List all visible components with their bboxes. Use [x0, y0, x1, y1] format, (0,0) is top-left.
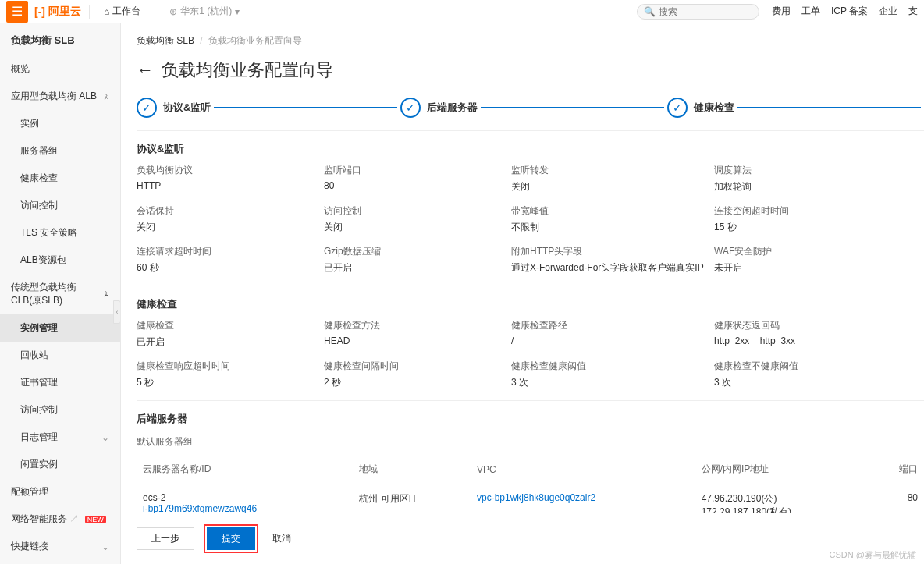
col-ip: 公网/内网IP地址 [695, 455, 871, 484]
cancel-link[interactable]: 取消 [272, 532, 291, 545]
col-name: 云服务器名称/ID [137, 455, 353, 484]
check-icon: ✓ [400, 98, 421, 118]
sidebar-item-label: ALB资源包 [20, 254, 66, 267]
kv-key: 监听转发 [511, 164, 714, 177]
sidebar-item-network-intel[interactable]: 网络智能服务 ↗ NEW [0, 505, 120, 533]
col-port: 端口 [871, 455, 924, 484]
workbench-label: 工作台 [112, 5, 140, 18]
sidebar-item-label: 日志管理 [20, 431, 58, 444]
region-selector[interactable]: ⊕ 华东1 (杭州) ▾ [163, 5, 246, 18]
sidebar-item-clb[interactable]: 传统型负载均衡 CLB(原SLB) › [0, 274, 120, 314]
top-link-icp[interactable]: ICP 备案 [831, 5, 868, 18]
top-link-tickets[interactable]: 工单 [801, 5, 820, 18]
health-kv-grid: 健康检查已开启健康检查方法HEAD健康检查路径/健康状态返回码http_2xx … [137, 319, 924, 400]
sidebar-group-clb: 实例管理 回收站 证书管理 访问控制 日志管理⌄ 闲置实例 [0, 314, 120, 478]
kv-key: 会话保持 [137, 204, 324, 218]
sidebar-item-label: 网络智能服务 [11, 513, 67, 524]
step-backend[interactable]: ✓ 后端服务器 [400, 98, 478, 118]
sidebar-item-clb-idle[interactable]: 闲置实例 [0, 451, 120, 478]
submit-button[interactable]: 提交 [207, 527, 255, 550]
sidebar-title: 负载均衡 SLB [0, 23, 120, 55]
check-icon: ✓ [137, 98, 157, 118]
sidebar-item-alb[interactable]: 应用型负载均衡 ALB › [0, 83, 120, 110]
kv-key: 连接请求超时时间 [137, 245, 324, 258]
sidebar-item-alb-acl[interactable]: 访问控制 [0, 192, 120, 219]
top-bar: ☰ [-] 阿里云 ⌂ 工作台 ⊕ 华东1 (杭州) ▾ 🔍 费用 工单 ICP… [0, 0, 924, 23]
sidebar-item-quota[interactable]: 配额管理 [0, 478, 120, 505]
protocol-kv-grid: 负载均衡协议HTTP监听端口80监听转发关闭调度算法加权轮询会话保持关闭访问控制… [137, 164, 924, 286]
top-link-support[interactable]: 支 [908, 5, 918, 18]
divider [155, 5, 155, 19]
kv-key: 健康检查间隔时间 [324, 360, 511, 373]
sidebar-item-clb-certs[interactable]: 证书管理 [0, 369, 120, 396]
kv-value: 关闭 [324, 221, 511, 234]
search-icon: 🔍 [644, 6, 656, 17]
submit-highlight: 提交 [204, 524, 258, 553]
sidebar-item-clb-logs[interactable]: 日志管理⌄ [0, 424, 120, 451]
sidebar-item-clb-recycle[interactable]: 回收站 [0, 342, 120, 369]
home-icon: ⌂ [104, 6, 109, 17]
kv-cell: 附加HTTP头字段通过X-Forwarded-For头字段获取客户端真实IP [511, 245, 714, 275]
kv-value: 80 [324, 180, 511, 191]
divider [89, 5, 90, 19]
workbench-link[interactable]: ⌂ 工作台 [98, 5, 147, 18]
vpc-link[interactable]: vpc-bp1wkj8hk8uge0q0zair2 [477, 492, 595, 503]
footer-bar: 上一步 提交 取消 [137, 513, 924, 564]
sidebar-item-label: 实例管理 [20, 321, 58, 335]
breadcrumb-root[interactable]: 负载均衡 SLB [137, 35, 194, 46]
kv-cell: 健康检查间隔时间2 秒 [324, 360, 511, 389]
sidebar-item-quicklinks[interactable]: 快捷链接 ⌄ [0, 533, 120, 560]
sidebar-item-label: 配额管理 [11, 485, 48, 498]
brand-icon: [-] [34, 5, 45, 18]
menu-toggle-button[interactable]: ☰ [6, 1, 28, 23]
kv-value: 未开启 [714, 261, 886, 275]
kv-key: 健康检查路径 [511, 319, 714, 332]
kv-key: Gzip数据压缩 [324, 245, 511, 258]
sidebar-item-alb-resourcepack[interactable]: ALB资源包 [0, 247, 120, 274]
top-link-fees[interactable]: 费用 [772, 5, 791, 18]
kv-value: 60 秒 [137, 261, 324, 275]
global-search[interactable]: 🔍 [637, 4, 759, 20]
step-label: 后端服务器 [427, 101, 478, 115]
region-label: 华东1 (杭州) [180, 5, 232, 18]
sidebar-item-alb-tls[interactable]: TLS 安全策略 [0, 219, 120, 247]
sidebar-item-label: 实例 [20, 117, 39, 130]
chevron-up-icon: › [101, 291, 112, 297]
kv-value: 加权轮询 [714, 180, 886, 193]
sidebar-item-overview[interactable]: 概览 [0, 55, 120, 83]
kv-key: 连接空闲超时时间 [714, 204, 886, 218]
step-protocol[interactable]: ✓ 协议&监听 [137, 98, 211, 118]
step-connector [481, 107, 664, 108]
sidebar-item-alb-servergroup[interactable]: 服务器组 [0, 137, 120, 165]
sidebar-item-alb-instances[interactable]: 实例 [0, 110, 120, 137]
brand-logo[interactable]: [-] 阿里云 [34, 5, 81, 19]
kv-key: 调度算法 [714, 164, 886, 177]
sidebar-item-label: 应用型负载均衡 ALB [11, 90, 97, 103]
breadcrumb-separator: / [200, 35, 202, 46]
prev-button[interactable]: 上一步 [137, 527, 194, 550]
kv-cell: 健康检查路径/ [511, 319, 714, 349]
chevron-down-icon: ▾ [235, 6, 240, 17]
kv-key: WAF安全防护 [714, 245, 886, 258]
kv-key: 健康检查不健康阈值 [714, 360, 886, 373]
backend-subtitle: 默认服务器组 [137, 435, 924, 449]
chevron-up-icon: › [101, 94, 112, 100]
kv-cell: 健康检查健康阈值3 次 [511, 360, 714, 389]
search-input[interactable] [659, 6, 752, 17]
step-connector [737, 107, 921, 108]
kv-cell: 监听转发关闭 [511, 164, 714, 193]
step-health[interactable]: ✓ 健康检查 [667, 98, 734, 118]
kv-value: 5 秒 [137, 376, 324, 389]
kv-cell: 负载均衡协议HTTP [137, 164, 324, 193]
sidebar-collapse-handle[interactable]: ‹ [113, 300, 121, 324]
kv-key: 健康检查响应超时时间 [137, 360, 324, 373]
kv-key: 带宽峰值 [511, 204, 714, 218]
back-arrow-icon[interactable]: ← [137, 60, 154, 80]
page-title-row: ← 负载均衡业务配置向导 [137, 59, 924, 82]
sidebar-item-clb-instances[interactable]: 实例管理 [0, 314, 120, 342]
kv-value: 不限制 [511, 221, 714, 234]
sidebar-item-alb-health[interactable]: 健康检查 [0, 165, 120, 192]
sidebar-item-clb-acl[interactable]: 访问控制 [0, 396, 120, 424]
sidebar-item-label: 传统型负载均衡 CLB(原SLB) [11, 281, 103, 307]
top-link-enterprise[interactable]: 企业 [879, 5, 897, 18]
